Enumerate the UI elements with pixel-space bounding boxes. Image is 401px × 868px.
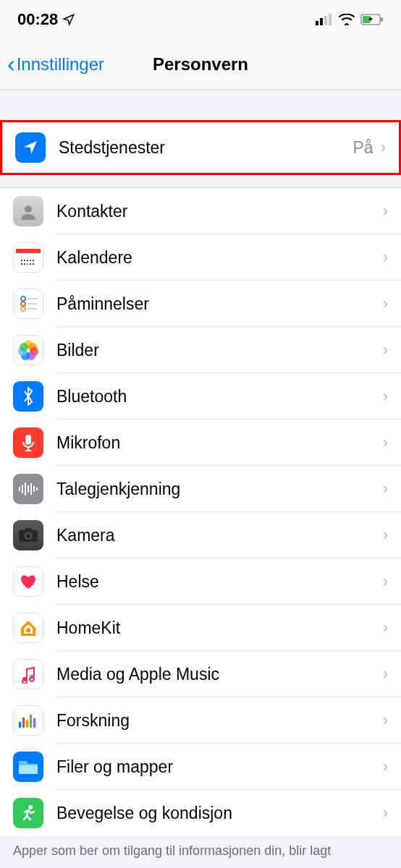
camera-icon bbox=[13, 520, 43, 550]
row-label: Bevegelse og kondisjon bbox=[56, 804, 383, 823]
svg-rect-6 bbox=[381, 17, 383, 22]
row-motion[interactable]: Bevegelse og kondisjon › bbox=[0, 790, 401, 836]
calendar-icon bbox=[13, 242, 43, 273]
chevron-right-icon: › bbox=[383, 341, 388, 359]
svg-point-20 bbox=[21, 302, 25, 306]
contacts-icon bbox=[13, 196, 43, 226]
row-reminders[interactable]: Påminnelser › bbox=[0, 281, 401, 327]
svg-rect-1 bbox=[320, 18, 323, 25]
chevron-right-icon: › bbox=[383, 804, 388, 822]
bluetooth-icon bbox=[13, 381, 43, 412]
wifi-icon bbox=[339, 14, 355, 25]
svg-point-19 bbox=[21, 297, 25, 301]
cellular-icon bbox=[316, 14, 333, 25]
row-homekit[interactable]: HomeKit › bbox=[0, 605, 401, 651]
chevron-right-icon: › bbox=[383, 711, 388, 730]
location-arrow-icon bbox=[62, 13, 75, 26]
svg-rect-49 bbox=[30, 715, 32, 728]
back-button[interactable]: ‹ Innstillinger bbox=[0, 51, 104, 77]
svg-rect-48 bbox=[26, 720, 28, 728]
svg-point-11 bbox=[27, 260, 28, 261]
row-label: Bluetooth bbox=[56, 387, 383, 407]
svg-point-44 bbox=[22, 677, 27, 681]
chevron-right-icon: › bbox=[383, 480, 388, 498]
svg-point-13 bbox=[33, 260, 34, 261]
music-icon bbox=[13, 659, 43, 689]
chevron-right-icon: › bbox=[383, 665, 388, 684]
row-bluetooth[interactable]: Bluetooth › bbox=[0, 373, 401, 420]
row-label: HomeKit bbox=[56, 618, 383, 638]
speech-icon bbox=[13, 474, 43, 504]
svg-rect-41 bbox=[25, 528, 32, 532]
row-media[interactable]: Media og Apple Music › bbox=[0, 651, 401, 697]
section-gap bbox=[0, 175, 401, 188]
svg-rect-32 bbox=[25, 435, 31, 445]
svg-rect-8 bbox=[16, 249, 41, 253]
row-value: På bbox=[353, 138, 373, 158]
footer-text: Apper som ber om tilgang til informasjon… bbox=[0, 836, 401, 866]
row-camera[interactable]: Kamera › bbox=[0, 512, 401, 558]
section-spacer bbox=[0, 90, 401, 120]
svg-rect-0 bbox=[316, 21, 318, 25]
row-label: Påminnelser bbox=[56, 294, 383, 314]
svg-point-43 bbox=[26, 534, 30, 538]
chevron-left-icon: ‹ bbox=[7, 51, 15, 77]
motion-icon bbox=[13, 798, 43, 828]
row-label: Bilder bbox=[56, 341, 383, 360]
chevron-right-icon: › bbox=[381, 138, 386, 157]
reminders-icon bbox=[13, 289, 43, 319]
row-label: Helse bbox=[56, 572, 383, 592]
row-label: Filer og mapper bbox=[56, 757, 383, 777]
row-label: Stedstjenester bbox=[59, 138, 353, 158]
row-label: Kontakter bbox=[56, 202, 383, 221]
row-health[interactable]: Helse › bbox=[0, 558, 401, 605]
nav-bar: ‹ Innstillinger Personvern bbox=[0, 39, 401, 90]
svg-rect-3 bbox=[329, 14, 332, 25]
homekit-icon bbox=[13, 613, 43, 643]
row-photos[interactable]: Bilder › bbox=[0, 327, 401, 373]
row-label: Talegjenkjenning bbox=[56, 480, 383, 499]
status-time: 00:28 bbox=[17, 10, 58, 29]
row-calendar[interactable]: Kalendere › bbox=[0, 234, 401, 281]
svg-point-7 bbox=[25, 205, 32, 213]
back-label: Innstillinger bbox=[17, 54, 104, 75]
chevron-right-icon: › bbox=[383, 248, 388, 267]
row-label: Kamera bbox=[56, 526, 383, 545]
row-label: Media og Apple Music bbox=[56, 665, 383, 684]
row-contacts[interactable]: Kontakter › bbox=[0, 188, 401, 234]
row-research[interactable]: Forskning › bbox=[0, 697, 401, 744]
svg-rect-50 bbox=[33, 718, 35, 728]
svg-point-15 bbox=[24, 263, 25, 265]
row-files[interactable]: Filer og mapper › bbox=[0, 744, 401, 790]
chevron-right-icon: › bbox=[383, 526, 388, 545]
battery-icon bbox=[360, 14, 384, 25]
photos-icon bbox=[13, 335, 43, 365]
svg-point-9 bbox=[21, 260, 22, 261]
row-location-services[interactable]: Stedstjenester På › bbox=[0, 120, 401, 175]
chevron-right-icon: › bbox=[383, 757, 388, 776]
svg-point-17 bbox=[30, 263, 31, 265]
chevron-right-icon: › bbox=[383, 618, 388, 637]
svg-point-16 bbox=[27, 263, 28, 265]
svg-point-52 bbox=[28, 805, 33, 809]
row-microphone[interactable]: Mikrofon › bbox=[0, 420, 401, 466]
location-icon bbox=[15, 132, 46, 163]
row-speech[interactable]: Talegjenkjenning › bbox=[0, 466, 401, 512]
chevron-right-icon: › bbox=[383, 572, 388, 591]
chevron-right-icon: › bbox=[383, 202, 388, 221]
svg-rect-2 bbox=[324, 16, 327, 25]
row-label: Forskning bbox=[56, 711, 383, 731]
research-icon bbox=[13, 705, 43, 736]
svg-rect-46 bbox=[19, 722, 21, 728]
svg-point-45 bbox=[30, 675, 34, 679]
health-icon bbox=[13, 566, 43, 597]
page-title: Personvern bbox=[153, 54, 248, 75]
svg-rect-51 bbox=[19, 765, 38, 774]
svg-point-18 bbox=[33, 263, 34, 265]
chevron-right-icon: › bbox=[383, 387, 388, 406]
settings-list: Stedstjenester På › Kontakter › Kalender… bbox=[0, 120, 401, 836]
status-bar: 00:28 bbox=[0, 0, 401, 39]
svg-point-12 bbox=[30, 260, 31, 261]
svg-point-31 bbox=[20, 343, 28, 352]
svg-rect-47 bbox=[22, 718, 25, 728]
